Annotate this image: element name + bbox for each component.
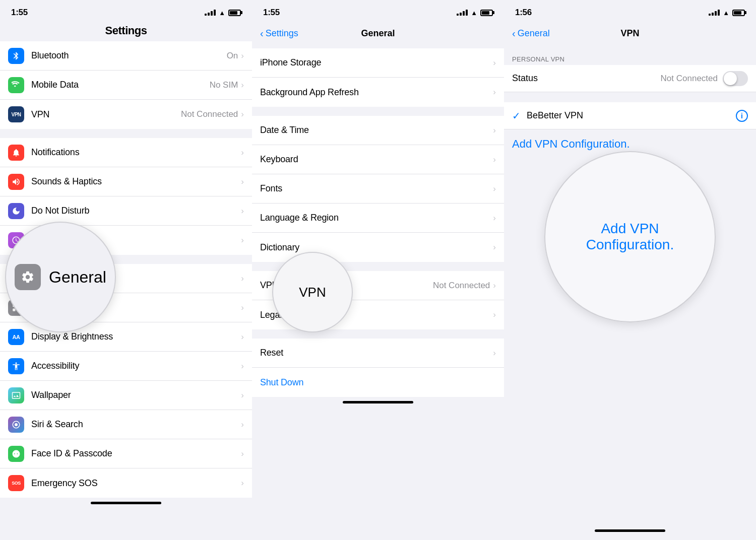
back-chevron-3: ‹	[512, 28, 516, 39]
fonts-item[interactable]: Fonts ›	[252, 174, 504, 204]
wifi-icon-3: ▲	[723, 9, 729, 17]
wallpaper-item[interactable]: Wallpaper ›	[0, 381, 252, 410]
nav-bar-3: ‹ General VPN	[504, 22, 756, 44]
notifications-item[interactable]: Notifications ›	[0, 138, 252, 167]
signal-icon-2	[457, 10, 468, 16]
date-time-label: Date & Time	[260, 125, 493, 136]
mobile-data-item[interactable]: Mobile Data No SIM ›	[0, 71, 252, 100]
wallpaper-chevron: ›	[241, 390, 244, 400]
keyboard-chevron: ›	[493, 155, 496, 165]
reset-label: Reset	[260, 348, 493, 358]
vpn-section-header-text: PERSONAL VPN	[512, 55, 564, 63]
face-id-icon	[8, 446, 24, 462]
iphone-storage-label: iPhone Storage	[260, 57, 493, 68]
language-region-item[interactable]: Language & Region ›	[252, 204, 504, 233]
back-button-3[interactable]: ‹ General	[512, 28, 550, 39]
face-id-item[interactable]: Face ID & Passcode ›	[0, 439, 252, 468]
face-id-label: Face ID & Passcode	[31, 448, 241, 459]
back-button-2[interactable]: ‹ Settings	[260, 28, 298, 39]
siri-item[interactable]: Siri & Search ›	[0, 410, 252, 439]
nav-bar-2: ‹ Settings General	[252, 22, 504, 44]
vpn-toggle[interactable]	[723, 71, 748, 86]
do-not-disturb-label: Do Not Disturb	[31, 206, 241, 216]
shutdown-item[interactable]: Shut Down	[252, 368, 504, 397]
panel-2-general: 1:55 ▲ ‹ Settings General iPhone Storage…	[252, 0, 504, 540]
nav-title-3: VPN	[620, 28, 639, 39]
status-bar-3: 1:56 ▲	[504, 0, 756, 22]
time-1: 1:55	[11, 8, 28, 18]
sounds-chevron: ›	[241, 177, 244, 187]
reset-item[interactable]: Reset ›	[252, 339, 504, 368]
reset-chevron: ›	[493, 348, 496, 358]
display-label: Display & Brightness	[31, 331, 241, 342]
bluetooth-label: Bluetooth	[31, 50, 227, 61]
settings-title-bar: Settings	[0, 22, 252, 41]
sounds-item[interactable]: Sounds & Haptics ›	[0, 167, 252, 196]
bluetooth-chevron: ›	[241, 51, 244, 61]
general-group-2: Date & Time › Keyboard › Fonts › Languag…	[252, 116, 504, 262]
general-group-4: Reset › Shut Down	[252, 339, 504, 397]
vpn-value-1: Not Connected	[181, 109, 238, 119]
notifications-chevron: ›	[241, 148, 244, 158]
magnifier-vpn-label: VPN	[299, 285, 326, 300]
magnifier-general-label: General	[49, 268, 106, 287]
vpn-general-value: Not Connected	[433, 281, 490, 291]
status-icons-3: ▲	[709, 9, 745, 17]
notifications-label: Notifications	[31, 147, 241, 158]
mobile-data-chevron: ›	[241, 80, 244, 90]
iphone-storage-item[interactable]: iPhone Storage ›	[252, 48, 504, 78]
vpn-chevron-1: ›	[241, 109, 244, 119]
language-region-label: Language & Region	[260, 213, 493, 223]
battery-icon	[228, 10, 241, 16]
panel-3-vpn: 1:56 ▲ ‹ General VPN PERSONAL VPN Status	[504, 0, 756, 540]
connectivity-group: Bluetooth On › Mobile Data No SIM › VPN …	[0, 41, 252, 129]
svg-point-4	[15, 423, 18, 426]
accessibility-label: Accessibility	[31, 361, 241, 371]
vpn-status-row: Status Not Connected	[504, 65, 756, 92]
vpn-general-chevron: ›	[493, 281, 496, 291]
emergency-sos-item[interactable]: SOS Emergency SOS ›	[0, 468, 252, 498]
display-chevron: ›	[241, 332, 244, 342]
language-region-chevron: ›	[493, 213, 496, 223]
wallpaper-label: Wallpaper	[31, 390, 241, 400]
back-chevron-2: ‹	[260, 28, 264, 39]
home-bar-container-3	[504, 529, 756, 536]
battery-icon-2	[480, 10, 493, 16]
accessibility-icon	[8, 358, 24, 374]
date-time-item[interactable]: Date & Time ›	[252, 116, 504, 145]
toggle-knob	[724, 72, 737, 85]
magnifier-gear-icon	[15, 264, 41, 290]
do-not-disturb-chevron: ›	[241, 206, 244, 216]
sounds-icon	[8, 174, 24, 190]
iphone-storage-chevron: ›	[493, 58, 496, 68]
accessibility-item[interactable]: Accessibility ›	[0, 352, 252, 381]
vpn-status-value: Not Connected	[661, 74, 718, 84]
dictionary-item[interactable]: Dictionary ›	[252, 233, 504, 262]
wallpaper-icon	[8, 387, 24, 403]
face-id-chevron: ›	[241, 449, 244, 459]
bluetooth-value: On	[227, 51, 238, 61]
emergency-sos-chevron: ›	[241, 478, 244, 488]
home-bar-3	[595, 529, 665, 532]
status-bar-2: 1:55 ▲	[252, 0, 504, 22]
bg-refresh-label: Background App Refresh	[260, 87, 493, 98]
do-not-disturb-item[interactable]: Do Not Disturb ›	[0, 196, 252, 226]
vpn-item-1[interactable]: VPN VPN Not Connected ›	[0, 100, 252, 129]
notifications-icon	[8, 145, 24, 161]
vpn-info-button[interactable]: i	[736, 110, 748, 122]
mobile-data-value: No SIM	[210, 80, 238, 90]
nav-title-2: General	[361, 28, 395, 39]
siri-chevron: ›	[241, 420, 244, 430]
accessibility-chevron: ›	[241, 361, 244, 371]
magnifier-add-vpn-text: Add VPN Configuration.	[545, 221, 715, 253]
control-centre-chevron: ›	[241, 303, 244, 313]
fonts-label: Fonts	[260, 183, 493, 194]
vpn-config-row[interactable]: ✓ BeBetter VPN i	[504, 102, 756, 129]
bluetooth-item[interactable]: Bluetooth On ›	[0, 41, 252, 71]
display-icon: AA	[8, 329, 24, 345]
status-icons-2: ▲	[457, 9, 493, 17]
keyboard-item[interactable]: Keyboard ›	[252, 145, 504, 174]
home-bar-1	[91, 502, 161, 504]
bg-refresh-item[interactable]: Background App Refresh ›	[252, 78, 504, 107]
magnifier-add-vpn: Add VPN Configuration.	[544, 151, 716, 322]
